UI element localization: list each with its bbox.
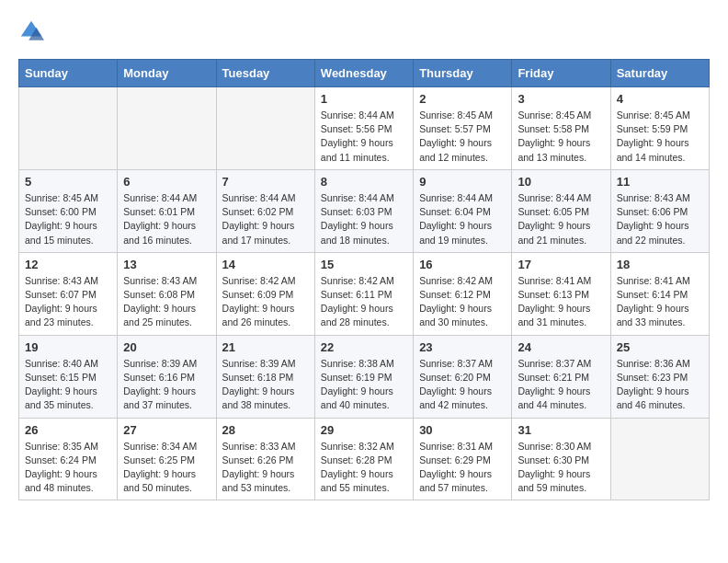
day-number: 21 — [222, 340, 309, 354]
weekday-header-tuesday: Tuesday — [216, 60, 314, 87]
calendar-cell: 10Sunrise: 8:44 AM Sunset: 6:05 PM Dayli… — [512, 169, 610, 252]
day-info: Sunrise: 8:44 AM Sunset: 5:56 PM Dayligh… — [321, 109, 407, 165]
weekday-header-thursday: Thursday — [414, 60, 512, 87]
calendar-cell: 1Sunrise: 8:44 AM Sunset: 5:56 PM Daylig… — [314, 87, 413, 170]
calendar-cell: 2Sunrise: 8:45 AM Sunset: 5:57 PM Daylig… — [414, 87, 512, 170]
day-info: Sunrise: 8:39 AM Sunset: 6:16 PM Dayligh… — [123, 357, 210, 413]
day-number: 16 — [419, 258, 506, 271]
day-info: Sunrise: 8:43 AM Sunset: 6:08 PM Dayligh… — [123, 274, 210, 330]
calendar-cell: 18Sunrise: 8:41 AM Sunset: 6:14 PM Dayli… — [610, 252, 709, 335]
calendar-cell: 20Sunrise: 8:39 AM Sunset: 6:16 PM Dayli… — [118, 335, 216, 418]
week-row-4: 19Sunrise: 8:40 AM Sunset: 6:15 PM Dayli… — [19, 335, 710, 418]
logo-icon — [18, 18, 44, 44]
calendar-cell: 12Sunrise: 8:43 AM Sunset: 6:07 PM Dayli… — [19, 252, 118, 335]
day-info: Sunrise: 8:34 AM Sunset: 6:25 PM Dayligh… — [123, 440, 210, 496]
day-info: Sunrise: 8:44 AM Sunset: 6:04 PM Dayligh… — [419, 191, 506, 247]
day-info: Sunrise: 8:41 AM Sunset: 6:13 PM Dayligh… — [518, 274, 604, 330]
day-info: Sunrise: 8:32 AM Sunset: 6:28 PM Dayligh… — [321, 440, 407, 496]
day-number: 17 — [518, 258, 604, 271]
day-info: Sunrise: 8:38 AM Sunset: 6:19 PM Dayligh… — [321, 357, 407, 413]
calendar-cell: 13Sunrise: 8:43 AM Sunset: 6:08 PM Dayli… — [118, 252, 216, 335]
weekday-header-monday: Monday — [118, 60, 216, 87]
day-number: 12 — [25, 258, 111, 271]
calendar-cell: 28Sunrise: 8:33 AM Sunset: 6:26 PM Dayli… — [216, 418, 314, 500]
day-number: 24 — [518, 340, 604, 354]
day-number: 27 — [123, 423, 210, 437]
week-row-1: 1Sunrise: 8:44 AM Sunset: 5:56 PM Daylig… — [19, 87, 710, 170]
calendar-cell: 23Sunrise: 8:37 AM Sunset: 6:20 PM Dayli… — [414, 335, 512, 418]
page-header — [18, 18, 710, 44]
calendar-cell — [118, 87, 216, 170]
day-number: 1 — [321, 92, 407, 106]
calendar-cell: 9Sunrise: 8:44 AM Sunset: 6:04 PM Daylig… — [414, 169, 512, 252]
day-number: 31 — [518, 423, 604, 437]
calendar-cell: 17Sunrise: 8:41 AM Sunset: 6:13 PM Dayli… — [512, 252, 610, 335]
day-info: Sunrise: 8:45 AM Sunset: 5:58 PM Dayligh… — [518, 109, 604, 165]
day-info: Sunrise: 8:41 AM Sunset: 6:14 PM Dayligh… — [617, 274, 703, 330]
day-info: Sunrise: 8:43 AM Sunset: 6:07 PM Dayligh… — [25, 274, 111, 330]
day-number: 25 — [617, 340, 703, 354]
day-number: 11 — [617, 175, 703, 189]
day-info: Sunrise: 8:33 AM Sunset: 6:26 PM Dayligh… — [222, 440, 309, 496]
calendar-cell: 24Sunrise: 8:37 AM Sunset: 6:21 PM Dayli… — [512, 335, 610, 418]
day-number: 3 — [518, 92, 604, 106]
day-number: 18 — [617, 258, 703, 271]
calendar-cell: 7Sunrise: 8:44 AM Sunset: 6:02 PM Daylig… — [216, 169, 314, 252]
weekday-header-saturday: Saturday — [610, 60, 709, 87]
calendar-cell: 27Sunrise: 8:34 AM Sunset: 6:25 PM Dayli… — [118, 418, 216, 500]
weekday-header-row: SundayMondayTuesdayWednesdayThursdayFrid… — [19, 60, 710, 87]
calendar-cell: 25Sunrise: 8:36 AM Sunset: 6:23 PM Dayli… — [610, 335, 709, 418]
calendar-cell: 30Sunrise: 8:31 AM Sunset: 6:29 PM Dayli… — [414, 418, 512, 500]
day-number: 2 — [419, 92, 506, 106]
day-number: 19 — [25, 340, 111, 354]
calendar-cell — [19, 87, 118, 170]
calendar-table: SundayMondayTuesdayWednesdayThursdayFrid… — [18, 59, 710, 500]
day-number: 26 — [25, 423, 111, 437]
calendar-cell: 31Sunrise: 8:30 AM Sunset: 6:30 PM Dayli… — [512, 418, 610, 500]
calendar-cell — [216, 87, 314, 170]
calendar-cell: 22Sunrise: 8:38 AM Sunset: 6:19 PM Dayli… — [314, 335, 413, 418]
calendar-cell: 8Sunrise: 8:44 AM Sunset: 6:03 PM Daylig… — [314, 169, 413, 252]
day-info: Sunrise: 8:45 AM Sunset: 5:59 PM Dayligh… — [617, 109, 703, 165]
day-info: Sunrise: 8:44 AM Sunset: 6:05 PM Dayligh… — [518, 191, 604, 247]
calendar-cell: 15Sunrise: 8:42 AM Sunset: 6:11 PM Dayli… — [314, 252, 413, 335]
day-info: Sunrise: 8:37 AM Sunset: 6:21 PM Dayligh… — [518, 357, 604, 413]
day-info: Sunrise: 8:44 AM Sunset: 6:03 PM Dayligh… — [321, 191, 407, 247]
calendar-cell: 6Sunrise: 8:44 AM Sunset: 6:01 PM Daylig… — [118, 169, 216, 252]
day-number: 4 — [617, 92, 703, 106]
day-info: Sunrise: 8:39 AM Sunset: 6:18 PM Dayligh… — [222, 357, 309, 413]
day-info: Sunrise: 8:42 AM Sunset: 6:12 PM Dayligh… — [419, 274, 506, 330]
calendar-cell: 5Sunrise: 8:45 AM Sunset: 6:00 PM Daylig… — [19, 169, 118, 252]
day-info: Sunrise: 8:44 AM Sunset: 6:02 PM Dayligh… — [222, 191, 309, 247]
weekday-header-sunday: Sunday — [19, 60, 118, 87]
calendar-cell: 4Sunrise: 8:45 AM Sunset: 5:59 PM Daylig… — [610, 87, 709, 170]
logo — [18, 18, 48, 44]
weekday-header-wednesday: Wednesday — [314, 60, 413, 87]
day-info: Sunrise: 8:30 AM Sunset: 6:30 PM Dayligh… — [518, 440, 604, 496]
day-info: Sunrise: 8:45 AM Sunset: 6:00 PM Dayligh… — [25, 191, 111, 247]
calendar-cell: 14Sunrise: 8:42 AM Sunset: 6:09 PM Dayli… — [216, 252, 314, 335]
day-info: Sunrise: 8:40 AM Sunset: 6:15 PM Dayligh… — [25, 357, 111, 413]
calendar-cell: 16Sunrise: 8:42 AM Sunset: 6:12 PM Dayli… — [414, 252, 512, 335]
day-number: 7 — [222, 175, 309, 189]
day-number: 23 — [419, 340, 506, 354]
day-number: 6 — [123, 175, 210, 189]
day-info: Sunrise: 8:45 AM Sunset: 5:57 PM Dayligh… — [419, 109, 506, 165]
day-info: Sunrise: 8:37 AM Sunset: 6:20 PM Dayligh… — [419, 357, 506, 413]
calendar-cell: 11Sunrise: 8:43 AM Sunset: 6:06 PM Dayli… — [610, 169, 709, 252]
calendar-cell: 19Sunrise: 8:40 AM Sunset: 6:15 PM Dayli… — [19, 335, 118, 418]
day-number: 22 — [321, 340, 407, 354]
day-info: Sunrise: 8:35 AM Sunset: 6:24 PM Dayligh… — [25, 440, 111, 496]
day-number: 30 — [419, 423, 506, 437]
day-number: 14 — [222, 258, 309, 271]
day-number: 28 — [222, 423, 309, 437]
day-info: Sunrise: 8:43 AM Sunset: 6:06 PM Dayligh… — [617, 191, 703, 247]
day-number: 5 — [25, 175, 111, 189]
day-number: 20 — [123, 340, 210, 354]
calendar-cell — [610, 418, 709, 500]
week-row-5: 26Sunrise: 8:35 AM Sunset: 6:24 PM Dayli… — [19, 418, 710, 500]
day-info: Sunrise: 8:44 AM Sunset: 6:01 PM Dayligh… — [123, 191, 210, 247]
calendar-cell: 3Sunrise: 8:45 AM Sunset: 5:58 PM Daylig… — [512, 87, 610, 170]
day-number: 10 — [518, 175, 604, 189]
week-row-3: 12Sunrise: 8:43 AM Sunset: 6:07 PM Dayli… — [19, 252, 710, 335]
